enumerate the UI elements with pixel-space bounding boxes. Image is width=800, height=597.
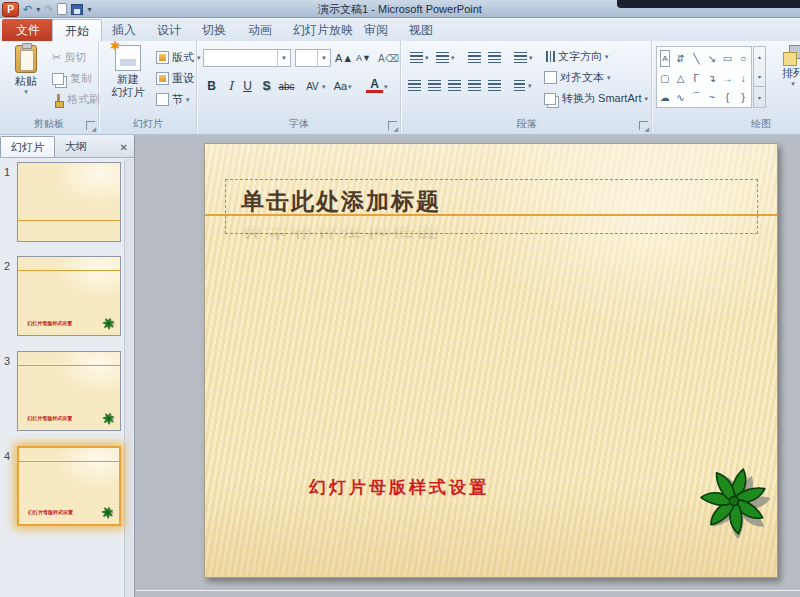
gallery-scroll-up-icon[interactable]: ▴ — [754, 47, 765, 67]
bullets-icon[interactable] — [410, 52, 423, 63]
text-direction-button[interactable]: 文字方向 ▾ — [544, 47, 609, 66]
slide-thumbnail-2[interactable]: 2 幻灯片母版样式设置 — [0, 256, 126, 342]
thumbnail-canvas[interactable]: 幻灯片母版样式设置 — [17, 351, 121, 431]
underline-button[interactable]: U — [239, 77, 256, 95]
thumbnail-canvas[interactable]: 幻灯片母版样式设置 — [17, 256, 121, 336]
slide-thumbnail-4[interactable]: 4 幻灯片母版样式设置 — [0, 446, 126, 532]
panel-tab-slides[interactable]: 幻灯片 — [0, 136, 55, 157]
section-button[interactable]: 节 ▾ — [156, 90, 190, 109]
align-left-icon[interactable] — [408, 80, 421, 91]
character-spacing-dropdown-icon[interactable]: ▾ — [322, 83, 326, 91]
section-label: 节 — [172, 92, 183, 107]
panel-tab-outline[interactable]: 大纲 — [55, 136, 97, 157]
smartart-label: 转换为 SmartArt — [562, 91, 641, 106]
paste-button[interactable]: 粘贴 ▾ — [3, 44, 49, 114]
font-size-dropdown-icon[interactable]: ▾ — [317, 50, 330, 66]
clear-formatting-button[interactable]: A⌫ — [378, 49, 399, 67]
justify-icon[interactable] — [468, 80, 481, 91]
shape-right-brace-icon[interactable]: } — [735, 87, 751, 107]
grow-font-button[interactable]: A▲ — [335, 49, 353, 67]
shape-left-brace-icon[interactable]: { — [720, 87, 736, 107]
tab-design[interactable]: 设计 — [145, 19, 193, 41]
arrange-button[interactable]: 排列 ▾ — [771, 44, 800, 114]
increase-indent-icon[interactable] — [488, 52, 501, 63]
shapes-gallery[interactable]: A ⇵ ╲ ↘ ▭ ○ ▢ △ Γ ↴ → ↓ ☁ ∿ ⌒ ~ { } — [656, 46, 752, 108]
shape-elbow-arrow-icon[interactable]: ↴ — [704, 70, 720, 87]
shape-rounded-rect-icon[interactable]: ▢ — [657, 70, 673, 87]
slide-body-text[interactable]: 幻灯片母版样式设置 — [309, 476, 489, 499]
numbering-icon[interactable] — [436, 52, 449, 63]
shape-arrow-icon[interactable]: ↘ — [704, 47, 720, 70]
font-name-combo[interactable]: ▾ — [203, 49, 291, 67]
font-dialog-launcher[interactable] — [388, 121, 397, 130]
shape-ellipse-icon[interactable]: ○ — [735, 47, 751, 70]
align-text-button[interactable]: 对齐文本 ▾ — [544, 68, 611, 87]
bullets-dropdown-icon[interactable]: ▾ — [425, 54, 429, 62]
shape-textbox-icon[interactable]: A — [660, 50, 670, 67]
change-case-dropdown-icon[interactable]: ▾ — [348, 83, 352, 91]
shape-vertical-textbox-icon[interactable]: ⇵ — [673, 47, 689, 70]
line-spacing-dropdown-icon[interactable]: ▾ — [529, 54, 533, 62]
panel-close-icon[interactable]: ✕ — [120, 142, 128, 153]
columns-dropdown-icon[interactable]: ▾ — [528, 82, 532, 90]
new-slide-button[interactable]: 新建 幻灯片 — [103, 44, 153, 114]
layout-button[interactable]: 版式 ▾ — [156, 48, 201, 67]
shape-rectangle-icon[interactable]: ▭ — [720, 47, 736, 70]
columns-icon[interactable] — [514, 80, 525, 91]
thumbnail-canvas[interactable] — [17, 162, 121, 242]
shape-down-arrow-icon[interactable]: ↓ — [735, 70, 751, 87]
flower-graphic[interactable] — [697, 464, 771, 538]
align-center-icon[interactable] — [428, 80, 441, 91]
title-placeholder-text[interactable]: 单击此处添加标题 — [241, 186, 441, 217]
numbering-dropdown-icon[interactable]: ▾ — [451, 54, 455, 62]
change-case-button[interactable]: Aa — [332, 77, 349, 95]
paragraph-dialog-launcher[interactable] — [639, 121, 648, 130]
bold-button[interactable]: B — [203, 77, 220, 95]
convert-smartart-button[interactable]: 转换为 SmartArt ▾ — [544, 89, 648, 108]
clipboard-dialog-launcher[interactable] — [86, 121, 95, 130]
tab-file[interactable]: 文件 — [2, 19, 54, 41]
shrink-font-button[interactable]: A▼ — [355, 49, 372, 67]
shape-curve-icon[interactable]: ~ — [704, 87, 720, 107]
strikethrough-button[interactable]: abc — [278, 77, 295, 95]
shape-right-arrow-icon[interactable]: → — [720, 70, 736, 87]
distribute-icon[interactable] — [488, 80, 501, 91]
tab-home[interactable]: 开始 — [52, 19, 102, 41]
thumbnail-canvas-selected[interactable]: 幻灯片母版样式设置 — [17, 446, 121, 526]
shape-line-icon[interactable]: ╲ — [688, 47, 704, 70]
text-shadow-button[interactable]: S — [258, 77, 275, 95]
shape-scribble-icon[interactable]: ∿ — [673, 87, 689, 107]
slide-canvas[interactable]: 单击此处添加标题 单击此处添加标题 幻灯片母版样式设置 — [204, 143, 778, 578]
paragraph-group-label: 段落 — [402, 117, 651, 131]
new-slide-label-1: 新建 — [117, 73, 139, 86]
shape-triangle-icon[interactable]: △ — [673, 70, 689, 87]
font-size-combo[interactable]: ▾ — [295, 49, 331, 67]
line-spacing-icon[interactable] — [514, 52, 527, 63]
shape-arc-icon[interactable]: ⌒ — [688, 87, 704, 107]
gallery-scroll-down-icon[interactable]: ▾ — [754, 67, 765, 87]
font-color-button[interactable]: A — [366, 77, 383, 93]
shape-elbow-icon[interactable]: Γ — [688, 70, 704, 87]
gallery-more-icon[interactable]: ▾ — [754, 86, 765, 107]
shapes-gallery-scrollbar[interactable]: ▴ ▾ ▾ — [753, 46, 766, 108]
font-color-dropdown-icon[interactable]: ▾ — [384, 83, 388, 91]
slide-thumbnail-1[interactable]: 1 — [0, 162, 126, 248]
tab-review[interactable]: 审阅 — [352, 19, 400, 41]
decrease-indent-icon[interactable] — [468, 52, 481, 63]
shape-cloud-icon[interactable]: ☁ — [657, 87, 673, 107]
format-painter-button[interactable]: 格式刷 — [52, 90, 100, 109]
copy-button[interactable]: 复制 — [52, 69, 92, 88]
character-spacing-button[interactable]: AV — [304, 77, 321, 95]
tab-transitions[interactable]: 切换 — [190, 19, 238, 41]
italic-button[interactable]: I — [222, 77, 239, 95]
tab-animations[interactable]: 动画 — [236, 19, 284, 41]
cut-button[interactable]: ✂ 剪切 — [52, 48, 86, 67]
format-painter-icon — [52, 94, 64, 106]
align-right-icon[interactable] — [448, 80, 461, 91]
tab-insert[interactable]: 插入 — [100, 19, 148, 41]
reset-button[interactable]: 重设 — [156, 69, 194, 88]
tab-view[interactable]: 视图 — [397, 19, 445, 41]
font-name-dropdown-icon[interactable]: ▾ — [277, 50, 290, 66]
paste-dropdown-icon[interactable]: ▾ — [24, 88, 28, 96]
slide-thumbnail-3[interactable]: 3 幻灯片母版样式设置 — [0, 351, 126, 437]
